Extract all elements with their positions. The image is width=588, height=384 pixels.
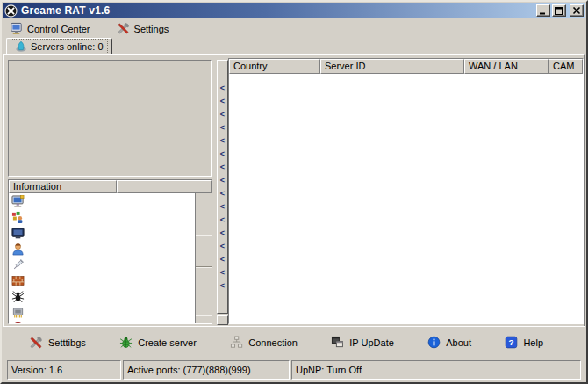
information-column-header[interactable]: Information: [9, 180, 117, 193]
firewall-icon[interactable]: [11, 274, 25, 287]
column-header-country[interactable]: Country: [229, 59, 320, 74]
status-version: Version: 1.6: [7, 360, 121, 380]
tab-bar: Servers online: 0: [6, 38, 112, 55]
splitter-chevron: <: [220, 266, 225, 279]
splitter-chevron: <: [220, 134, 225, 148]
help-icon: ?: [505, 336, 518, 349]
splitter-chevron: <: [220, 253, 225, 266]
settings-label: Settings: [134, 24, 169, 34]
control-center-button[interactable]: Control Center: [8, 21, 92, 36]
minimize-button[interactable]: [536, 4, 550, 17]
crossed-tools-icon: [117, 22, 130, 35]
splitter-stub: [217, 315, 228, 325]
bottom-toolbar: Setttibgs Create server Connection IP Up…: [3, 326, 585, 358]
server-list-header: Country Server ID WAN / LAN CAM: [229, 59, 583, 74]
splitter-chevron: <: [220, 214, 225, 227]
computer-icon[interactable]: [11, 195, 25, 208]
spider-icon[interactable]: [11, 290, 25, 303]
network-icon: [230, 336, 243, 349]
splitter-chevron: <: [220, 200, 225, 214]
server-list: Country Server ID WAN / LAN CAM: [228, 58, 584, 324]
maximize-icon: [555, 7, 563, 15]
settings-bottom-label: Setttibgs: [48, 337, 86, 348]
alert-icon[interactable]: [11, 322, 25, 324]
compass-x-icon: [4, 4, 18, 18]
window-controls: [536, 4, 584, 17]
column-header-server-id[interactable]: Server ID: [320, 59, 464, 74]
splitter-chevron: <: [220, 161, 225, 174]
control-center-label: Control Center: [27, 24, 90, 34]
connection-button[interactable]: Connection: [230, 336, 298, 349]
svg-text:?: ?: [509, 337, 514, 347]
crossed-tools-icon: [29, 336, 43, 350]
splitter-chevron: <: [220, 82, 225, 95]
status-bar: Version: 1.6 Active ports: (777)(888)(99…: [3, 359, 585, 381]
information-scrollbar[interactable]: [195, 193, 212, 323]
ip-update-button[interactable]: IP UpDate: [331, 336, 394, 349]
information-icon-column: [11, 195, 25, 324]
gem-globe-icon: [15, 40, 27, 53]
settings-button[interactable]: Settings: [115, 21, 171, 36]
tab-label: Servers online: 0: [31, 41, 104, 52]
about-button[interactable]: About: [427, 336, 471, 349]
splitter-chevron: <: [220, 240, 225, 253]
window-title: Greame RAT v1.6: [21, 4, 111, 17]
tab-servers-online[interactable]: Servers online: 0: [6, 38, 112, 55]
column-header-cam[interactable]: CAM: [549, 59, 583, 74]
title-bar: Greame RAT v1.6: [3, 3, 585, 18]
splitter-chevron: <: [220, 174, 225, 187]
collapse-splitter-button[interactable]: < < < < < < < < < < < < < < < <: [217, 60, 228, 314]
preview-panel: [8, 60, 212, 177]
top-toolbar: Control Center Settings: [3, 19, 585, 38]
screen-icon[interactable]: [11, 227, 25, 240]
chip-icon[interactable]: [11, 306, 25, 319]
column-header-wan-lan[interactable]: WAN / LAN: [464, 59, 549, 74]
minimize-icon: [539, 7, 548, 15]
about-label: About: [446, 337, 471, 348]
settings-bottom-button[interactable]: Setttibgs: [29, 336, 86, 350]
splitter-chevron: <: [220, 279, 225, 293]
information-list: Information: [8, 179, 212, 324]
tab-page: Information: [3, 54, 585, 326]
splitter-chevron: <: [220, 148, 225, 161]
splitter-chevron: <: [220, 187, 225, 200]
info-icon: [427, 336, 441, 349]
splitter-chevron: <: [220, 108, 225, 121]
help-label: Help: [523, 337, 543, 348]
help-button[interactable]: ? Help: [505, 336, 543, 349]
user-icon[interactable]: [11, 243, 25, 256]
close-icon: [572, 7, 581, 15]
create-server-button[interactable]: Create server: [119, 336, 197, 349]
windows-update-icon: [331, 336, 344, 349]
status-upnp: UpNP: Turn Off: [291, 360, 581, 380]
ip-update-label: IP UpDate: [349, 337, 394, 348]
app-window: Greame RAT v1.6 Control Center Setting: [0, 0, 588, 384]
close-button[interactable]: [570, 4, 584, 17]
bug-icon: [119, 336, 133, 349]
information-column-header-empty[interactable]: [117, 180, 212, 193]
splitter-chevron: <: [220, 121, 225, 134]
scrollbar-thumb[interactable]: [196, 235, 212, 267]
create-server-label: Create server: [138, 337, 197, 348]
splitter-chevron: <: [220, 227, 225, 240]
information-list-header: Information: [9, 180, 212, 193]
software-blocks-icon[interactable]: [11, 211, 25, 224]
status-active-ports: Active ports: (777)(888)(999): [123, 360, 290, 380]
syringe-icon[interactable]: [11, 258, 25, 272]
maximize-button[interactable]: [552, 4, 566, 17]
monitor-icon: [10, 22, 23, 35]
splitter-chevron: <: [220, 95, 225, 108]
connection-label: Connection: [248, 337, 298, 348]
